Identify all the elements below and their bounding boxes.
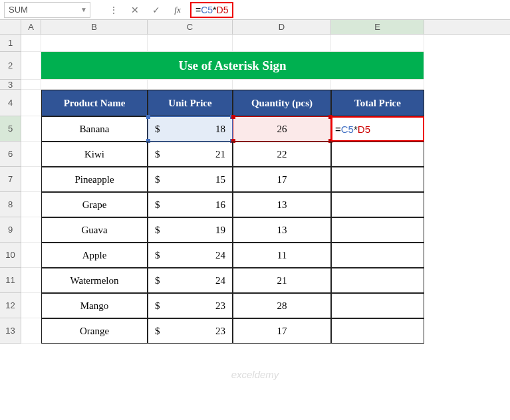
row-header-11[interactable]: 11 (0, 268, 21, 293)
row-header-4[interactable]: 4 (0, 90, 21, 116)
title-cell[interactable]: Use of Asterisk Sign (41, 52, 424, 80)
spreadsheet-grid: A B C D E 1 2 Use of Asterisk Sign 3 (0, 20, 510, 344)
table-row[interactable]: $24 (148, 268, 233, 293)
fx-icon[interactable]: fx (172, 4, 184, 16)
cell-c5[interactable]: $18 (148, 116, 233, 142)
cell[interactable] (21, 243, 41, 268)
table-row[interactable]: 21 (233, 268, 331, 293)
header-product[interactable]: Product Name (41, 90, 148, 116)
header-price[interactable]: Unit Price (148, 90, 233, 116)
table-row[interactable] (331, 142, 424, 167)
table-row[interactable]: $24 (148, 243, 233, 268)
table-row[interactable]: Mango (41, 293, 148, 318)
cell[interactable] (41, 35, 148, 52)
cell[interactable] (21, 35, 41, 52)
row-header-5[interactable]: 5 (0, 116, 21, 142)
col-header-e[interactable]: E (331, 20, 424, 34)
formula-bar: SUM ▼ ⋮ ✕ ✓ fx =C5*D5 (0, 0, 510, 20)
table-row[interactable]: $23 (148, 318, 233, 344)
cell[interactable] (21, 80, 41, 90)
table-row[interactable]: 13 (233, 192, 331, 217)
table-row[interactable]: 17 (233, 318, 331, 344)
table-row[interactable]: Watermelon (41, 268, 148, 293)
row-header-12[interactable]: 12 (0, 293, 21, 318)
table-row[interactable]: 17 (233, 167, 331, 192)
table-row[interactable]: $15 (148, 167, 233, 192)
row-header-3[interactable]: 3 (0, 80, 21, 90)
row-header-1[interactable]: 1 (0, 35, 21, 52)
column-headers: A B C D E (0, 20, 510, 35)
row-header-10[interactable]: 10 (0, 243, 21, 268)
col-header-d[interactable]: D (233, 20, 331, 34)
title-text: Use of Asterisk Sign (178, 58, 286, 73)
table-row[interactable]: Guava (41, 217, 148, 243)
table-row[interactable]: Pineapple (41, 167, 148, 192)
grid-body: 1 2 Use of Asterisk Sign 3 4 Product Nam… (0, 35, 510, 344)
table-row[interactable]: Grape (41, 192, 148, 217)
cancel-icon[interactable]: ✕ (129, 4, 141, 16)
watermark: exceldemy (231, 369, 279, 380)
table-row[interactable]: 11 (233, 243, 331, 268)
cell[interactable] (331, 80, 424, 90)
table-row[interactable]: 22 (233, 142, 331, 167)
row-header-9[interactable]: 9 (0, 217, 21, 243)
table-row[interactable]: Orange (41, 318, 148, 344)
cell[interactable] (21, 268, 41, 293)
table-row[interactable]: 13 (233, 217, 331, 243)
cell[interactable] (148, 35, 233, 52)
header-qty[interactable]: Quantity (pcs) (233, 90, 331, 116)
cell[interactable] (21, 217, 41, 243)
table-row[interactable] (331, 318, 424, 344)
table-row[interactable] (331, 268, 424, 293)
dots-icon: ⋮ (108, 4, 120, 16)
cell[interactable] (21, 192, 41, 217)
header-total[interactable]: Total Price (331, 90, 424, 116)
table-row[interactable]: Banana (41, 116, 148, 142)
row-header-2[interactable]: 2 (0, 52, 21, 80)
formula-input[interactable]: =C5*D5 (184, 0, 510, 19)
chevron-down-icon[interactable]: ▼ (80, 6, 87, 13)
col-header-a[interactable]: A (21, 20, 41, 34)
cell[interactable] (21, 142, 41, 167)
cell[interactable] (21, 52, 41, 80)
cell-d5[interactable]: 26 (233, 116, 331, 142)
cell[interactable] (233, 35, 331, 52)
table-row[interactable]: Kiwi (41, 142, 148, 167)
table-row[interactable]: 28 (233, 293, 331, 318)
cell[interactable] (233, 80, 331, 90)
cell[interactable] (21, 116, 41, 142)
table-row[interactable] (331, 217, 424, 243)
table-row[interactable]: Apple (41, 243, 148, 268)
name-box[interactable]: SUM ▼ (4, 2, 90, 18)
table-row[interactable]: $23 (148, 293, 233, 318)
confirm-icon[interactable]: ✓ (150, 4, 162, 16)
cell[interactable] (41, 80, 148, 90)
table-row[interactable] (331, 192, 424, 217)
table-row[interactable] (331, 293, 424, 318)
table-row[interactable] (331, 243, 424, 268)
table-row[interactable]: $21 (148, 142, 233, 167)
formula-text: =C5*D5 (190, 2, 233, 18)
table-row[interactable] (331, 167, 424, 192)
row-header-8[interactable]: 8 (0, 192, 21, 217)
row-header-6[interactable]: 6 (0, 142, 21, 167)
table-row[interactable]: $16 (148, 192, 233, 217)
cell[interactable] (331, 35, 424, 52)
select-all-corner[interactable] (0, 20, 21, 34)
cell[interactable] (148, 80, 233, 90)
row-header-7[interactable]: 7 (0, 167, 21, 192)
formula-bar-buttons: ⋮ ✕ ✓ fx (108, 4, 184, 16)
cell[interactable] (21, 318, 41, 344)
cell[interactable] (21, 167, 41, 192)
name-box-value: SUM (9, 5, 28, 15)
row-header-13[interactable]: 13 (0, 318, 21, 344)
col-header-c[interactable]: C (148, 20, 233, 34)
col-header-b[interactable]: B (41, 20, 148, 34)
table-row[interactable]: $19 (148, 217, 233, 243)
cell[interactable] (21, 90, 41, 116)
cell[interactable] (21, 293, 41, 318)
cell-e5-editing[interactable]: =C5*D5 (331, 116, 424, 142)
